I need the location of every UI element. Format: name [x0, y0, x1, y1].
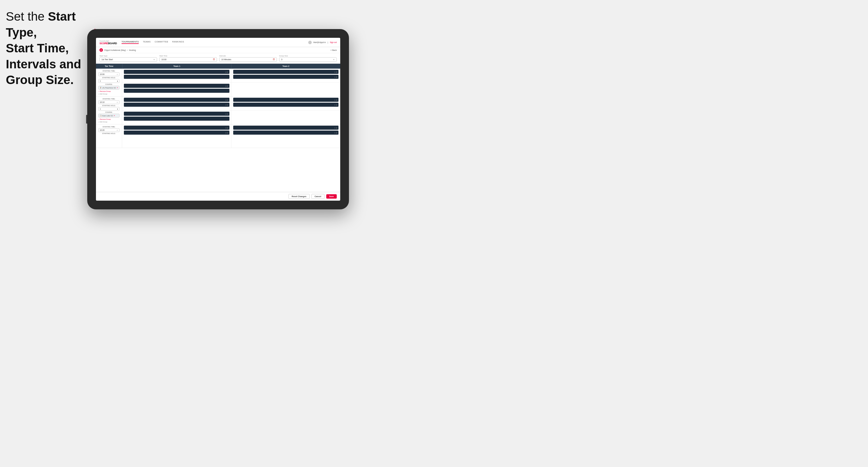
starting-time-label-2: STARTING TIME:: [98, 98, 120, 100]
remove-player-icon[interactable]: × ⊙: [225, 132, 228, 134]
start-type-label: Start Type: [99, 55, 157, 57]
instruction-bold: Start Type,: [6, 9, 75, 39]
brand-logo: Powered by clipp'd SCORESCOREBOARDBOARD: [99, 40, 117, 45]
nav-links: TOURNAMENTS TEAMS COMMITTEE RANKINGS: [122, 41, 308, 44]
remove-group-label-1: Remove Group: [100, 90, 111, 92]
start-time-value: 10:00: [161, 58, 166, 61]
nav-teams[interactable]: TEAMS: [143, 41, 151, 44]
remove-player-icon[interactable]: × ⊙: [225, 127, 228, 129]
team1-slot-3: × ⊙ × ⊙: [122, 124, 231, 148]
remove-player-icon[interactable]: × ⊙: [334, 99, 337, 101]
tournament-name[interactable]: Clippd Invitational (May): [104, 49, 126, 51]
cancel-button[interactable]: Cancel: [311, 194, 324, 199]
starting-time-val-1: 10:00: [100, 73, 104, 75]
start-type-group: Start Type 1st Tee Start ▼: [99, 55, 157, 62]
teams-panel-3: × ⊙ × ⊙ × ⊙ ×: [122, 124, 340, 148]
starting-time-label-3: STARTING TIME:: [98, 126, 120, 128]
remove-player-icon[interactable]: × ⊙: [225, 104, 228, 106]
starting-time-input-2[interactable]: 10:10 ⊙: [98, 100, 120, 104]
clock-icon-2: ⊙: [117, 101, 118, 103]
teams-panel-1: × ⊙ × ⊙ × ⊙: [122, 69, 340, 96]
back-button[interactable]: < Back: [330, 49, 337, 51]
user-avatar: [308, 41, 312, 44]
remove-player-icon[interactable]: × ⊙: [225, 99, 228, 101]
breadcrumb-bar: C Clippd Invitational (May) › Hosting < …: [96, 47, 340, 53]
player-bar-course-1-1: × ⊙: [124, 84, 229, 88]
starting-time-input-3[interactable]: 10:20 ⊙: [98, 128, 120, 132]
remove-group-icon-2: ○: [98, 118, 99, 120]
player-bar-course-1-2: [124, 89, 229, 93]
team2-slot-1: × ⊙ × ⊙: [231, 69, 341, 82]
player-bar-3-1-2: × ⊙: [124, 130, 229, 135]
tournament-logo: C: [99, 48, 103, 52]
player-bar-2-2-1: × ⊙: [233, 98, 339, 102]
tablet-screen: Powered by clipp'd SCORESCOREBOARDBOARD …: [96, 38, 340, 200]
starting-hole-label-3: STARTING HOLE:: [98, 133, 120, 134]
remove-group-1[interactable]: ○ Remove Group: [98, 90, 120, 92]
clock-icon-3: ⊙: [117, 129, 118, 131]
group-size-value: 3: [281, 58, 282, 61]
col-team2: Team 2: [231, 64, 340, 69]
player-bar-course-2-2: [124, 117, 229, 121]
starting-time-label-1: STARTING TIME:: [98, 70, 120, 72]
team-row-2-top: × ⊙ × ⊙ × ⊙ ×: [122, 97, 340, 111]
remove-player-icon[interactable]: × ⊙: [225, 85, 228, 87]
nav-rankings[interactable]: RANKINGS: [173, 41, 184, 44]
tablet-side-button: [86, 115, 87, 124]
group-row-1: STARTING TIME: 10:00 ⊙ STARTING HOLE: 1 …: [96, 69, 340, 96]
course-name-1: (A) Peachtree GC: [102, 87, 116, 89]
remove-player-icon[interactable]: × ⊙: [334, 127, 337, 129]
team2-slot-3: × ⊙ × ⊙: [231, 124, 341, 148]
team-row-1-top: × ⊙ × ⊙ × ⊙: [122, 69, 340, 83]
save-button[interactable]: Save: [326, 194, 337, 198]
start-time-select[interactable]: 10:00 ⏰: [159, 57, 217, 62]
course-tag-1[interactable]: 🏌 (A) Peachtree GC ×: [98, 86, 120, 90]
start-type-select[interactable]: 1st Tee Start ▼: [99, 57, 157, 62]
start-time-caret: ⏰: [213, 58, 215, 61]
group-size-select[interactable]: 3 ▼: [279, 57, 337, 62]
intervals-group: Intervals 10 Minutes ⏰: [219, 55, 277, 62]
navbar: Powered by clipp'd SCORESCOREBOARDBOARD …: [96, 38, 340, 47]
starting-time-input-1[interactable]: 10:00 ⊙: [98, 72, 120, 76]
player-bar-course-2-1: × ⊙: [124, 112, 229, 116]
hole-caret-2: ⬍: [117, 108, 118, 110]
player-bar-1-1-1: × ⊙: [124, 70, 229, 74]
remove-group-2[interactable]: ○ Remove Group: [98, 118, 120, 120]
sign-out-link[interactable]: Sign out: [330, 41, 337, 43]
add-group-1[interactable]: + Add Group: [98, 93, 120, 95]
remove-player-icon[interactable]: × ⊙: [225, 71, 228, 73]
player-bar-2-1-1: × ⊙: [124, 98, 229, 102]
course-remove-2[interactable]: ×: [114, 115, 115, 117]
starting-hole-label-1: STARTING HOLE:: [98, 77, 120, 79]
reset-button[interactable]: Reset Changes: [288, 194, 310, 199]
course-tag-2[interactable]: 📋 East Lake GC ×: [98, 114, 120, 118]
player-bar-1-2-1: × ⊙: [233, 70, 339, 74]
brand-name: SCORESCOREBOARDBOARD: [99, 42, 117, 45]
team2-slot-2: × ⊙ × ⊙: [231, 97, 341, 110]
course-name-2: East Lake GC: [102, 115, 113, 117]
remove-player-icon[interactable]: × ⊙: [334, 104, 337, 106]
breadcrumb: C Clippd Invitational (May) › Hosting: [99, 48, 136, 52]
tee-panel-2: STARTING TIME: 10:10 ⊙ STARTING HOLE: 1 …: [96, 97, 122, 124]
tee-panel-1: STARTING TIME: 10:00 ⊙ STARTING HOLE: 1 …: [96, 69, 122, 96]
player-bar-2-2-2: × ⊙: [233, 103, 339, 107]
team-row-1-bottom: × ⊙: [122, 83, 340, 96]
nav-tournaments[interactable]: TOURNAMENTS: [122, 41, 139, 44]
starting-hole-input-1[interactable]: 1 ⬍: [98, 79, 120, 83]
starting-hole-input-2[interactable]: 1 ⬍: [98, 107, 120, 111]
team1-course-slot-1: × ⊙: [122, 83, 231, 96]
remove-player-icon[interactable]: × ⊙: [225, 113, 228, 115]
nav-committee[interactable]: COMMITTEE: [155, 41, 168, 44]
user-email: blair@clippd.io: [313, 41, 326, 43]
group-size-caret: ▼: [333, 59, 335, 61]
remove-player-icon[interactable]: × ⊙: [334, 76, 337, 78]
course-remove-1[interactable]: ×: [117, 87, 118, 89]
remove-player-icon[interactable]: × ⊙: [334, 132, 337, 134]
intervals-label: Intervals: [219, 55, 277, 57]
remove-player-icon[interactable]: × ⊙: [334, 71, 337, 73]
intervals-select[interactable]: 10 Minutes ⏰: [219, 57, 277, 62]
group-size-label: Group Size: [279, 55, 337, 57]
player-bar-3-1-1: × ⊙: [124, 126, 229, 130]
nav-right: blair@clippd.io | Sign out: [308, 41, 337, 44]
add-group-2[interactable]: + Add Group: [98, 121, 120, 123]
